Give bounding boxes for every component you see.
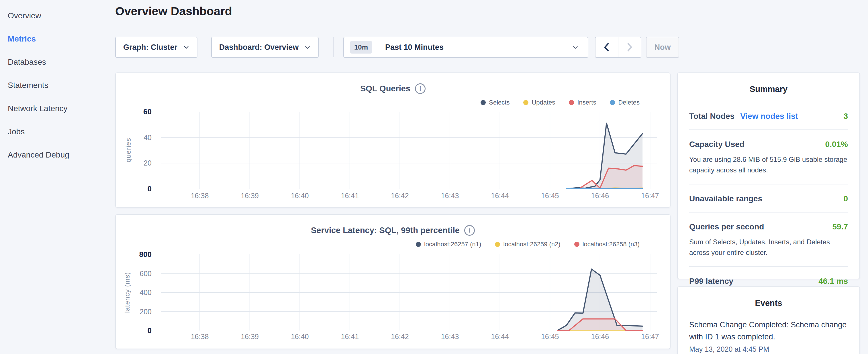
capacity-used-description: You are using 28.6 MiB of 515.9 GiB usab… bbox=[689, 154, 848, 175]
now-button[interactable]: Now bbox=[646, 37, 679, 58]
legend-item[interactable]: Selects bbox=[480, 99, 509, 106]
svg-text:queries: queries bbox=[124, 138, 132, 162]
legend-label: Updates bbox=[532, 99, 555, 106]
legend-item[interactable]: Inserts bbox=[569, 99, 596, 106]
sidebar: Overview Metrics Databases Statements Ne… bbox=[0, 4, 115, 166]
view-nodes-list-link[interactable]: View nodes list bbox=[740, 112, 798, 121]
svg-text:16:42: 16:42 bbox=[391, 192, 409, 200]
event-timestamp: May 13, 2020 at 4:45 PM bbox=[689, 345, 848, 353]
total-nodes-value: 3 bbox=[843, 112, 848, 121]
time-step-group bbox=[595, 37, 641, 58]
svg-text:16:41: 16:41 bbox=[341, 192, 359, 200]
legend-dot-icon bbox=[523, 100, 528, 105]
sidebar-item-network-latency[interactable]: Network Latency bbox=[0, 97, 115, 120]
legend-item[interactable]: localhost:26258 (n3) bbox=[574, 240, 640, 248]
summary-divider bbox=[689, 212, 848, 213]
svg-text:16:47: 16:47 bbox=[641, 192, 659, 200]
svg-text:16:47: 16:47 bbox=[641, 332, 659, 341]
now-button-label: Now bbox=[654, 43, 671, 52]
svg-text:200: 200 bbox=[140, 308, 152, 316]
sidebar-item-advanced-debug[interactable]: Advanced Debug bbox=[0, 143, 115, 166]
chart-legend: localhost:26257 (n1)localhost:26259 (n2)… bbox=[416, 240, 640, 248]
summary-row-qps: Queries per second 59.7 bbox=[689, 222, 848, 231]
service-latency-chart-card: Service Latency: SQL, 99th percentile i … bbox=[115, 214, 671, 349]
time-range-label: Past 10 Minutes bbox=[385, 43, 566, 52]
legend-item[interactable]: localhost:26259 (n2) bbox=[495, 240, 560, 248]
dashboard-selector-dropdown[interactable]: Dashboard: Overview bbox=[211, 37, 319, 58]
capacity-used-value: 0.01% bbox=[825, 140, 848, 149]
chevron-down-icon bbox=[572, 43, 579, 51]
sidebar-item-metrics[interactable]: Metrics bbox=[0, 27, 115, 51]
summary-row-total-nodes: Total Nodes View nodes list 3 bbox=[689, 112, 848, 121]
capacity-used-label: Capacity Used bbox=[689, 140, 744, 149]
svg-text:800: 800 bbox=[139, 250, 152, 259]
svg-text:0: 0 bbox=[148, 326, 152, 335]
qps-value: 59.7 bbox=[833, 222, 848, 231]
chevron-left-icon bbox=[602, 42, 611, 52]
svg-text:0: 0 bbox=[148, 185, 152, 193]
legend-label: Deletes bbox=[618, 99, 640, 106]
time-next-button[interactable] bbox=[618, 37, 641, 57]
svg-text:16:39: 16:39 bbox=[241, 192, 259, 200]
toolbar-divider bbox=[333, 37, 334, 57]
events-panel: Events Schema Change Completed: Schema c… bbox=[677, 286, 860, 354]
legend-dot-icon bbox=[495, 242, 500, 247]
chart-title-text: Service Latency: SQL, 99th percentile bbox=[311, 226, 460, 235]
legend-item[interactable]: Deletes bbox=[610, 99, 640, 106]
sql-queries-chart-title: SQL Queries i bbox=[116, 83, 670, 94]
svg-text:16:44: 16:44 bbox=[491, 332, 509, 341]
dashboard-selector-label: Dashboard: Overview bbox=[219, 43, 299, 52]
legend-dot-icon bbox=[416, 242, 421, 247]
legend-dot-icon bbox=[569, 100, 574, 105]
svg-text:20: 20 bbox=[144, 159, 152, 167]
info-icon[interactable]: i bbox=[415, 83, 426, 94]
svg-text:latency (ms): latency (ms) bbox=[123, 272, 131, 313]
total-nodes-label: Total Nodes bbox=[689, 112, 735, 121]
legend-label: localhost:26258 (n3) bbox=[583, 240, 640, 248]
summary-divider bbox=[689, 129, 848, 130]
svg-text:600: 600 bbox=[140, 269, 152, 278]
svg-text:16:39: 16:39 bbox=[241, 332, 259, 341]
svg-text:16:38: 16:38 bbox=[191, 332, 209, 341]
chart-legend: SelectsUpdatesInsertsDeletes bbox=[480, 99, 640, 106]
svg-text:16:43: 16:43 bbox=[441, 332, 459, 341]
summary-divider bbox=[689, 184, 848, 185]
p99-latency-label: P99 latency bbox=[689, 277, 733, 286]
svg-text:16:43: 16:43 bbox=[441, 192, 459, 200]
svg-text:16:42: 16:42 bbox=[391, 332, 409, 341]
qps-label: Queries per second bbox=[689, 222, 764, 231]
chevron-right-icon bbox=[625, 42, 634, 52]
legend-label: Inserts bbox=[577, 99, 596, 106]
graph-selector-dropdown[interactable]: Graph: Cluster bbox=[115, 37, 197, 58]
qps-description: Sum of Selects, Updates, Inserts, and De… bbox=[689, 236, 848, 258]
svg-text:16:40: 16:40 bbox=[291, 332, 309, 341]
legend-item[interactable]: localhost:26257 (n1) bbox=[416, 240, 481, 248]
service-latency-chart-title: Service Latency: SQL, 99th percentile i bbox=[116, 225, 670, 236]
page-title: Overview Dashboard bbox=[115, 5, 232, 18]
sidebar-item-statements[interactable]: Statements bbox=[0, 74, 115, 97]
svg-text:16:46: 16:46 bbox=[591, 332, 609, 341]
svg-text:16:45: 16:45 bbox=[541, 332, 559, 341]
sidebar-item-overview[interactable]: Overview bbox=[0, 4, 115, 27]
summary-panel: Summary Total Nodes View nodes list 3 Ca… bbox=[677, 72, 860, 279]
chevron-down-icon bbox=[183, 44, 189, 51]
time-range-dropdown[interactable]: 10m Past 10 Minutes bbox=[343, 37, 588, 58]
legend-item[interactable]: Updates bbox=[523, 99, 555, 106]
event-message[interactable]: Schema Change Completed: Schema change w… bbox=[689, 319, 848, 343]
svg-text:16:46: 16:46 bbox=[591, 192, 609, 200]
legend-dot-icon bbox=[480, 100, 486, 105]
sidebar-item-jobs[interactable]: Jobs bbox=[0, 120, 115, 143]
legend-label: localhost:26259 (n2) bbox=[503, 240, 560, 248]
time-prev-button[interactable] bbox=[595, 37, 618, 57]
svg-text:40: 40 bbox=[144, 133, 152, 141]
svg-text:16:44: 16:44 bbox=[491, 192, 509, 200]
info-icon[interactable]: i bbox=[464, 225, 475, 236]
summary-row-unavailable-ranges: Unavailable ranges 0 bbox=[689, 194, 848, 203]
chevron-down-icon bbox=[304, 44, 311, 51]
sidebar-item-databases[interactable]: Databases bbox=[0, 51, 115, 74]
summary-divider bbox=[689, 266, 848, 267]
summary-row-capacity: Capacity Used 0.01% bbox=[689, 140, 848, 149]
svg-text:16:45: 16:45 bbox=[541, 192, 559, 200]
svg-text:60: 60 bbox=[143, 107, 152, 116]
svg-text:16:41: 16:41 bbox=[341, 332, 359, 341]
